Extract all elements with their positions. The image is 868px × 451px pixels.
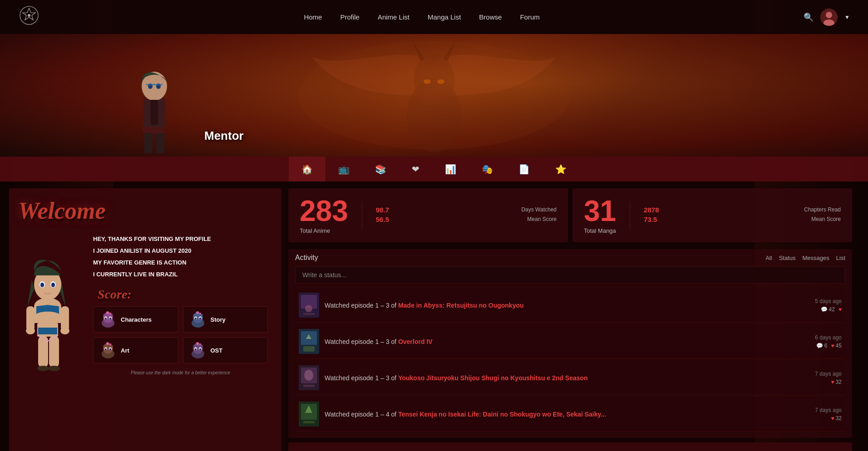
comment-icon-2: 💬 xyxy=(816,343,823,349)
svg-rect-17 xyxy=(151,100,158,125)
activity-time-3: 7 days ago xyxy=(815,371,842,377)
activity-meta-4: 7 days ago ♥ 32 xyxy=(815,407,842,422)
svg-point-67 xyxy=(199,343,201,345)
activity-text-4: Watched episode 1 – 4 of Tensei Kenja no… xyxy=(325,411,809,418)
profile-username: Mentor xyxy=(204,129,244,143)
svg-point-43 xyxy=(109,313,111,314)
stat-divider-1 xyxy=(362,202,362,229)
anime-mean-score-number: 56.5 xyxy=(376,216,389,223)
svg-point-34 xyxy=(37,366,49,371)
heart-icon-1: ♥ xyxy=(838,306,842,313)
svg-point-59 xyxy=(109,343,111,345)
left-panel: Welcome xyxy=(9,188,281,451)
nav-profile[interactable]: Profile xyxy=(340,13,360,21)
nav-right: 🔍 ▼ xyxy=(804,9,850,26)
svg-point-49 xyxy=(199,318,201,320)
navbar: Home Profile Anime List Manga List Brows… xyxy=(0,0,868,34)
nav-home[interactable]: Home xyxy=(304,13,322,21)
chapters-read-label: Chapters Read xyxy=(804,206,841,213)
filter-all[interactable]: All xyxy=(765,255,772,261)
activity-text-3: Watched episode 1 – 3 of Youkoso Jitsury… xyxy=(325,374,809,382)
svg-point-24 xyxy=(51,283,55,287)
tab-characters[interactable]: 🎭 xyxy=(469,157,506,181)
activity-header: Activity All Status Messages List xyxy=(295,254,845,262)
manga-mean-score-number: 73.5 xyxy=(644,216,657,223)
activity-prefix-1: Watched episode 1 – 3 of xyxy=(325,302,398,309)
filter-status[interactable]: Status xyxy=(779,255,796,261)
anime-total-label: Total Anime xyxy=(300,227,348,234)
tab-reviews[interactable]: 📄 xyxy=(506,157,542,181)
activity-meta-1: 5 days ago 💬 42 ♥ xyxy=(815,298,842,313)
reaction-like-1[interactable]: ♥ xyxy=(838,306,842,313)
anime-total-number: 283 xyxy=(300,196,348,226)
heart-icon-3: ♥ xyxy=(831,379,834,385)
tab-anime[interactable]: 📺 xyxy=(326,157,362,181)
svg-rect-75 xyxy=(303,346,315,352)
tab-social[interactable]: ⭐ xyxy=(542,157,579,181)
tab-manga[interactable]: 📚 xyxy=(362,157,399,181)
stats-row: 283 Total Anime 98.7 Days Watched 56.5 M… xyxy=(288,188,852,242)
user-avatar[interactable] xyxy=(820,9,838,26)
like-count-3: 32 xyxy=(836,379,842,385)
chapters-read-number: 2878 xyxy=(644,206,659,214)
comment-count-2: 6 xyxy=(824,343,828,349)
svg-point-70 xyxy=(305,305,312,312)
activity-section: Activity All Status Messages List Write … xyxy=(288,249,852,438)
svg-point-40 xyxy=(105,318,107,320)
hero-banner: Mentor xyxy=(0,34,868,157)
nav-forum[interactable]: Forum xyxy=(520,13,539,21)
score-characters: Characters xyxy=(93,306,178,333)
svg-point-2 xyxy=(28,14,30,17)
stat-divider-2 xyxy=(630,202,630,229)
activity-item-2: Watched episode 1 – 3 of Overlord IV 6 d… xyxy=(295,324,845,359)
nav-anime-list[interactable]: Anime List xyxy=(378,13,409,21)
activity-reactions-1: 💬 42 ♥ xyxy=(815,306,842,313)
tab-home[interactable]: 🏠 xyxy=(289,157,326,181)
activity-filters: All Status Messages List xyxy=(765,255,845,261)
anime-stats-box: 283 Total Anime 98.7 Days Watched 56.5 M… xyxy=(288,188,568,242)
write-status-input[interactable]: Write a status... xyxy=(295,266,845,284)
activity-link-3[interactable]: Youkoso Jitsuryoku Shijou Shugi no Kyous… xyxy=(398,374,587,382)
reaction-comment-2[interactable]: 💬 6 xyxy=(816,343,828,349)
svg-rect-15 xyxy=(146,84,163,85)
filter-messages[interactable]: Messages xyxy=(803,255,829,261)
reaction-like-4[interactable]: ♥ 32 xyxy=(831,415,842,422)
score-story: Story xyxy=(183,306,268,333)
activity-thumb-2 xyxy=(299,329,319,354)
nav-browse[interactable]: Browse xyxy=(479,13,502,21)
activity-link-2[interactable]: Overlord IV xyxy=(398,338,432,345)
svg-rect-27 xyxy=(38,328,57,334)
reaction-comment-1[interactable]: 💬 42 xyxy=(821,306,835,313)
svg-rect-79 xyxy=(303,385,315,387)
dropdown-icon[interactable]: ▼ xyxy=(844,14,850,20)
site-logo xyxy=(18,5,40,30)
welcome-line-3: My favorite genre is Action xyxy=(93,257,272,269)
svg-point-64 xyxy=(195,348,197,351)
tab-stats[interactable]: 📊 xyxy=(432,157,469,181)
svg-point-57 xyxy=(109,348,111,351)
welcome-line-2: I joined AniList in August 2020 xyxy=(93,245,272,257)
activity-link-4[interactable]: Tensei Kenja no Isekai Life: Daini no Sh… xyxy=(398,411,606,418)
activity-reactions-3: ♥ 32 xyxy=(815,379,842,385)
activity-item-4: Watched episode 1 – 4 of Tensei Kenja no… xyxy=(295,397,845,431)
anime-mean-score-label: Mean Score xyxy=(527,216,557,222)
svg-point-41 xyxy=(109,318,111,320)
svg-point-35 xyxy=(48,366,60,371)
reaction-like-2[interactable]: ♥ 45 xyxy=(831,343,842,349)
activity-thumb-1 xyxy=(299,293,319,318)
activity-link-1[interactable]: Made in Abyss: Retsujitsu no Ougonkyou xyxy=(398,302,523,309)
activity-time-1: 5 days ago xyxy=(815,298,842,304)
filter-list[interactable]: List xyxy=(836,255,845,261)
tab-favorites[interactable]: ❤ xyxy=(399,157,432,181)
search-icon[interactable]: 🔍 xyxy=(804,12,814,22)
score-disclaimer: Please use the dark mode for a better ex… xyxy=(89,370,272,375)
profile-tabs: 🏠 📺 📚 ❤ 📊 🎭 📄 ⭐ xyxy=(0,157,868,181)
svg-point-42 xyxy=(106,311,109,314)
activity-thumb-3 xyxy=(299,365,319,390)
nav-manga-list[interactable]: Manga List xyxy=(428,13,461,21)
svg-point-78 xyxy=(304,370,313,381)
score-story-label: Story xyxy=(211,316,226,323)
anime-mean-score-row: 56.5 Mean Score xyxy=(376,216,557,223)
reaction-like-3[interactable]: ♥ 32 xyxy=(831,379,842,385)
score-grid: Characters xyxy=(93,306,268,363)
